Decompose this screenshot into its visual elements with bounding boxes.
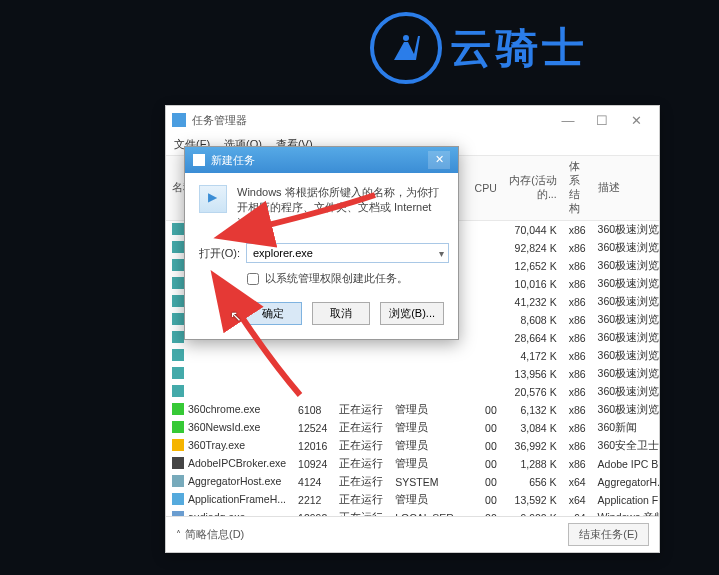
- svg-point-0: [403, 35, 409, 41]
- table-row[interactable]: 20,576 Kx86360极速浏览器: [166, 383, 659, 401]
- table-row[interactable]: AggregatorHost.exe4124正在运行SYSTEM00656 Kx…: [166, 473, 659, 491]
- tm-titlebar[interactable]: 任务管理器 — ☐ ✕: [166, 106, 659, 134]
- admin-checkbox[interactable]: [247, 273, 259, 285]
- open-label: 打开(O):: [199, 246, 240, 261]
- run-title: 新建任务: [211, 153, 255, 168]
- maximize-button[interactable]: ☐: [585, 113, 619, 128]
- run-titlebar[interactable]: 新建任务 ✕: [185, 147, 458, 173]
- run-close-button[interactable]: ✕: [428, 151, 450, 169]
- end-task-button[interactable]: 结束任务(E): [568, 523, 649, 546]
- dropdown-icon[interactable]: ▾: [439, 248, 444, 259]
- table-row[interactable]: 360NewsId.exe12524正在运行管理员003,084 Kx86360…: [166, 419, 659, 437]
- browse-button[interactable]: 浏览(B)...: [380, 302, 444, 325]
- cursor-icon: ↖: [230, 308, 242, 324]
- table-row[interactable]: 13,956 Kx86360极速浏览器: [166, 365, 659, 383]
- fewer-details[interactable]: 简略信息(D): [185, 527, 244, 542]
- tm-app-icon: [172, 113, 186, 127]
- brand-logo: 云骑士: [370, 12, 588, 84]
- table-row[interactable]: AdobeIPCBroker.exe10924正在运行管理员001,288 Kx…: [166, 455, 659, 473]
- table-row[interactable]: 360chrome.exe6108正在运行管理员006,132 Kx86360极…: [166, 401, 659, 419]
- brand-text: 云骑士: [450, 20, 588, 76]
- cancel-button[interactable]: 取消: [312, 302, 370, 325]
- run-glyph-icon: [199, 185, 227, 213]
- close-button[interactable]: ✕: [619, 113, 653, 128]
- admin-check-label: 以系统管理权限创建此任务。: [265, 271, 408, 286]
- table-row[interactable]: 360Tray.exe12016正在运行管理员0036,992 Kx86360安…: [166, 437, 659, 455]
- table-row[interactable]: ApplicationFrameH...2212正在运行管理员0013,592 …: [166, 491, 659, 509]
- table-row[interactable]: audiodg.exe12992正在运行LOCAL SER...009,900 …: [166, 509, 659, 516]
- rider-icon: [370, 12, 442, 84]
- tm-title: 任务管理器: [192, 113, 247, 128]
- chevron-up-icon[interactable]: ˄: [176, 529, 181, 540]
- table-row[interactable]: 4,172 Kx86360极速浏览器: [166, 347, 659, 365]
- ok-button[interactable]: 确定: [244, 302, 302, 325]
- open-input[interactable]: [246, 243, 449, 263]
- run-app-icon: [193, 154, 205, 166]
- tm-footer: ˄ 简略信息(D) 结束任务(E): [166, 516, 659, 552]
- minimize-button[interactable]: —: [551, 113, 585, 128]
- run-dialog: 新建任务 ✕ Windows 将根据你所键入的名称，为你打开相应的程序、文件夹、…: [184, 146, 459, 340]
- run-description: Windows 将根据你所键入的名称，为你打开相应的程序、文件夹、文档或 Int…: [237, 185, 444, 231]
